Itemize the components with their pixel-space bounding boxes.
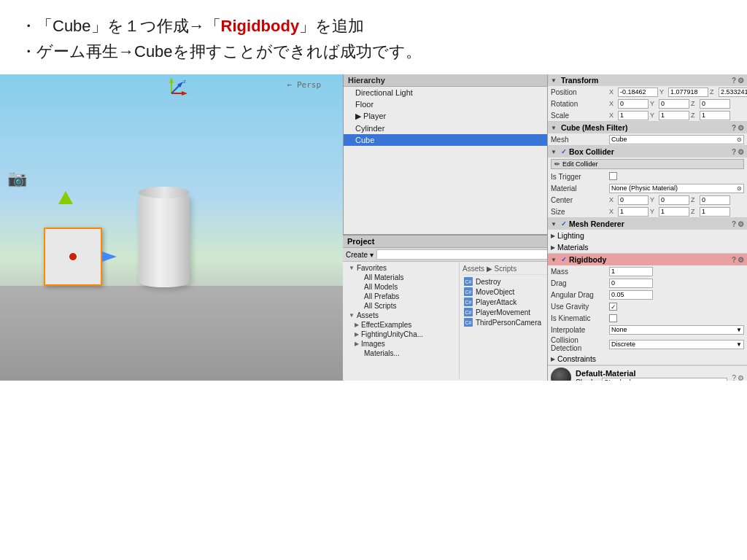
is-trigger-row: Is Trigger	[548, 171, 747, 182]
materials-row: ▶ Materials	[548, 241, 747, 253]
rotation-z-input[interactable]	[700, 99, 730, 109]
tree-fighting-unity[interactable]: ▶ FightingUnityCha...	[343, 330, 459, 339]
center-x-input[interactable]	[618, 195, 649, 205]
script-icon: C#	[464, 298, 473, 306]
is-kinematic-checkbox[interactable]	[609, 314, 617, 322]
mesh-filter-label: Cube (Mesh Filter)	[561, 123, 628, 132]
cube-object[interactable]	[44, 228, 102, 286]
tree-all-models[interactable]: All Models	[343, 282, 459, 292]
rotation-y-input[interactable]	[659, 99, 689, 109]
materials-toggle[interactable]: ▶	[551, 244, 555, 251]
size-z-input[interactable]	[700, 207, 730, 217]
collision-dropdown[interactable]: Discrete ▼	[609, 340, 744, 349]
checkmark-icon: ✓	[561, 148, 567, 155]
scale-y-input[interactable]	[659, 111, 689, 120]
angular-drag-input[interactable]	[609, 290, 653, 300]
position-x-input[interactable]	[618, 88, 658, 97]
transform-icons: ? ⚙	[732, 77, 744, 85]
x-label: X	[609, 208, 616, 215]
circle-btn[interactable]: ⊙	[737, 185, 742, 192]
hierarchy-item-player[interactable]: ▶ Player	[344, 110, 547, 122]
hierarchy-item-cube[interactable]: Cube	[344, 134, 547, 146]
size-label: Size	[551, 208, 609, 216]
cy-field: Y	[650, 195, 689, 205]
gear-icon[interactable]: ⚙	[738, 148, 744, 156]
tree-all-materials[interactable]: All Materials	[343, 273, 459, 282]
shader-label: Shader	[576, 378, 599, 381]
mesh-label: Mesh	[551, 136, 609, 144]
transform-label: Transform	[561, 76, 598, 85]
mass-input[interactable]	[609, 267, 653, 276]
mass-label: Mass	[551, 268, 609, 276]
position-y-input[interactable]	[668, 88, 708, 97]
camera-icon: 📷	[7, 169, 27, 188]
script-icon: C#	[464, 318, 473, 327]
use-gravity-label: Use Gravity	[551, 303, 609, 311]
size-y-input[interactable]	[659, 207, 689, 217]
script-icon: C#	[464, 287, 473, 296]
is-trigger-checkbox[interactable]	[609, 172, 617, 182]
checkbox[interactable]	[609, 172, 617, 180]
main-row: z ← Persp 📷 Hierarchy Directional Ligh	[0, 74, 747, 381]
is-kinematic-label: Is Kinematic	[551, 314, 609, 322]
edit-collider-button[interactable]: ✏ Edit Collider	[551, 159, 744, 169]
scale-z-input[interactable]	[700, 111, 730, 120]
gear-icon[interactable]: ⚙	[738, 77, 744, 85]
mesh-circle-btn[interactable]: ⊙	[737, 136, 742, 143]
tree-effect-examples[interactable]: ▶ EffectExamples	[343, 320, 459, 330]
scale-x-field: X	[609, 111, 649, 120]
center-y-input[interactable]	[659, 195, 689, 205]
y-label: Y	[659, 88, 667, 96]
tree-materials[interactable]: Materials...	[343, 349, 459, 358]
tree-favorites[interactable]: ▼ Favorites	[343, 263, 459, 273]
rotation-y-field: Y	[650, 99, 689, 109]
scale-x-input[interactable]	[618, 111, 649, 120]
gear-icon[interactable]: ⚙	[738, 256, 744, 264]
drag-label: Drag	[551, 279, 609, 287]
is-trigger-label: Is Trigger	[551, 173, 609, 181]
transform-header: ▼ Transform ? ⚙	[548, 74, 747, 86]
instruction-line2: ・ゲーム再生→Cubeを押すことができれば成功です。	[20, 39, 727, 64]
gear-icon[interactable]: ⚙	[738, 220, 744, 228]
tree-images[interactable]: ▶ Images	[343, 339, 459, 349]
sz-field: Z	[691, 207, 730, 217]
position-z-input[interactable]	[719, 88, 747, 97]
hierarchy-item-directional-light[interactable]: Directional Light	[344, 87, 547, 98]
tree-assets[interactable]: ▼ Assets	[343, 311, 459, 320]
inspector-panel: ▼ Transform ? ⚙ Position X	[547, 74, 747, 381]
gear-icon[interactable]: ⚙	[738, 374, 744, 381]
z-label: Z	[691, 196, 698, 203]
checkmark-icon: ✓	[561, 256, 567, 263]
gear-icon[interactable]: ⚙	[738, 124, 744, 132]
center-z-input[interactable]	[700, 195, 730, 205]
constraints-toggle[interactable]: ▶	[551, 356, 555, 362]
sy-field: Y	[650, 207, 689, 217]
rotation-x-input[interactable]	[618, 99, 649, 109]
question-icon: ?	[732, 124, 736, 132]
transform-header-title: ▼ Transform	[551, 76, 598, 85]
interpolate-dropdown[interactable]: None ▼	[609, 325, 744, 335]
create-button[interactable]: Create ▾	[346, 251, 374, 259]
cube-right-arrow	[102, 252, 117, 262]
y-label: Y	[650, 112, 657, 119]
shader-dropdown[interactable]: Standard	[602, 378, 727, 381]
x-label: X	[609, 112, 616, 119]
tree-all-scripts[interactable]: All Scripts	[343, 301, 459, 311]
size-x-input[interactable]	[618, 207, 649, 217]
material-dropdown[interactable]: None (Physic Material) ⊙	[609, 184, 744, 193]
mesh-dropdown[interactable]: Cube ⊙	[609, 135, 744, 144]
sx-field: X	[609, 207, 649, 217]
highlight-rigidbody: Rigidbody	[221, 17, 300, 35]
mesh-filter-title: ▼ Cube (Mesh Filter)	[551, 123, 628, 132]
tree-all-prefabs[interactable]: All Prefabs	[343, 292, 459, 301]
cylinder-top	[139, 187, 190, 198]
viewport-3d[interactable]: z ← Persp 📷	[0, 74, 343, 381]
transform-section: ▼ Transform ? ⚙ Position X	[548, 74, 747, 122]
project-title: Project	[347, 237, 374, 246]
hierarchy-item-floor[interactable]: Floor	[344, 98, 547, 110]
box-collider-header: ▼ ✓ Box Collider ? ⚙	[548, 146, 747, 158]
hierarchy-item-cylinder[interactable]: Cylinder	[344, 122, 547, 134]
drag-input[interactable]	[609, 279, 653, 288]
use-gravity-checkbox[interactable]: ✓	[609, 303, 617, 311]
lighting-toggle[interactable]: ▶	[551, 233, 555, 239]
